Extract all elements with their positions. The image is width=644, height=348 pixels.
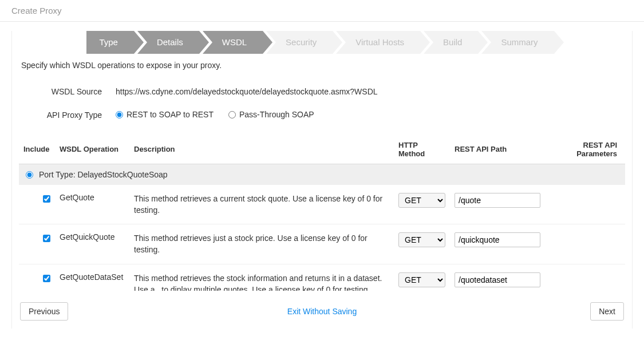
wsdl-source-row: WSDL Source https://ws.cdyne.com/delayed… (21, 87, 623, 96)
http-method-select[interactable]: GETPOSTPUTDELETE (398, 272, 445, 287)
operation-name: GetQuote (55, 185, 129, 224)
port-type-radio[interactable] (26, 171, 33, 179)
wsdl-source-value: https://ws.cdyne.com/delayedstockquote/d… (116, 87, 623, 96)
wsdl-source-label: WSDL Source (21, 87, 116, 96)
proxy-type-rest-radio[interactable]: REST to SOAP to REST (116, 110, 214, 119)
col-params-header: REST API Parameters (545, 137, 625, 164)
proxy-type-rest-input[interactable] (116, 111, 123, 118)
include-checkbox[interactable] (43, 275, 50, 282)
next-button[interactable]: Next (590, 302, 624, 321)
step-build[interactable]: Build (424, 31, 478, 54)
previous-button[interactable]: Previous (20, 302, 68, 321)
wizard-footer: Previous Exit Without Saving Next (12, 294, 632, 329)
step-security[interactable]: Security (266, 31, 333, 54)
proxy-type-pass-label: Pass-Through SOAP (239, 110, 314, 119)
proxy-type-pass-radio[interactable]: Pass-Through SOAP (228, 110, 314, 119)
wizard-content: TypeDetailsWSDLSecurityVirtual HostsBuil… (11, 31, 633, 329)
operation-name: GetQuickQuote (55, 224, 129, 264)
col-operation-header: WSDL Operation (55, 137, 129, 164)
operation-name: GetQuoteDataSet (55, 264, 129, 290)
step-wsdl[interactable]: WSDL (203, 31, 263, 54)
operation-description: This method retrieves just a stock price… (129, 224, 394, 264)
form-section: WSDL Source https://ws.cdyne.com/delayed… (12, 76, 632, 137)
operations-grid: Include WSDL Operation Description HTTP … (19, 137, 625, 291)
http-method-select[interactable]: GETPOSTPUTDELETE (398, 193, 445, 208)
step-details[interactable]: Details (137, 31, 199, 54)
grid-header-row: Include WSDL Operation Description HTTP … (19, 137, 625, 164)
rest-params-cell (545, 224, 625, 264)
col-description-header: Description (129, 137, 394, 164)
col-http-header: HTTP Method (394, 137, 450, 164)
proxy-type-rest-label: REST to SOAP to REST (127, 110, 214, 119)
api-proxy-type-label: API Proxy Type (21, 110, 116, 120)
page-title: Create Proxy (0, 0, 644, 22)
port-type-label: Port Type: DelayedStockQuoteSoap (39, 170, 168, 179)
operation-row: GetQuoteThis method retrieves a current … (19, 185, 625, 224)
port-type-row[interactable]: Port Type: DelayedStockQuoteSoap (19, 164, 625, 185)
rest-params-cell (545, 185, 625, 224)
rest-path-input[interactable] (455, 272, 540, 287)
operation-description: This method retrieves a current stock qu… (129, 185, 394, 224)
wizard-stepper: TypeDetailsWSDLSecurityVirtual HostsBuil… (12, 31, 632, 54)
rest-path-input[interactable] (455, 193, 540, 208)
exit-without-saving-link[interactable]: Exit Without Saving (287, 307, 357, 316)
rest-params-cell (545, 264, 625, 290)
step-type[interactable]: Type (86, 31, 134, 54)
include-checkbox[interactable] (43, 195, 50, 203)
operation-row: GetQuickQuoteThis method retrieves just … (19, 224, 625, 264)
operations-scroll[interactable]: Include WSDL Operation Description HTTP … (19, 137, 625, 291)
col-path-header: REST API Path (450, 137, 545, 164)
rest-path-input[interactable] (455, 232, 540, 247)
operation-description: This method retrieves the stock informat… (129, 264, 394, 290)
api-proxy-type-row: API Proxy Type REST to SOAP to REST Pass… (21, 110, 623, 120)
col-include-header: Include (19, 137, 55, 164)
include-checkbox[interactable] (43, 235, 50, 242)
instructions-text: Specify which WSDL operations to expose … (12, 60, 632, 76)
operation-row: GetQuoteDataSetThis method retrieves the… (19, 264, 625, 290)
http-method-select[interactable]: GETPOSTPUTDELETE (398, 232, 445, 247)
step-virtual-hosts[interactable]: Virtual Hosts (336, 31, 420, 54)
step-summary[interactable]: Summary (481, 31, 554, 54)
proxy-type-pass-input[interactable] (228, 111, 236, 118)
